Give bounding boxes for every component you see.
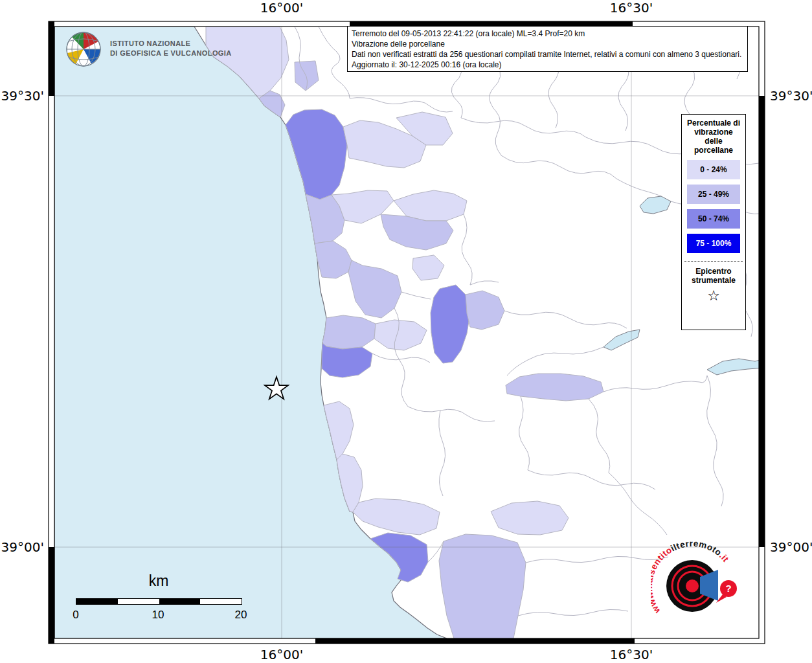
municipality-shape	[506, 374, 603, 401]
lat-label-left-bottom: 39°00'	[1, 539, 44, 555]
haisentito-logo-icon: ? www.haisentitoilterremoto.it	[651, 539, 751, 643]
info-line-source: Dati non verificati estratti da 256 ques…	[352, 49, 743, 60]
info-line-effect: Vibrazione delle porcellane	[352, 39, 743, 49]
frame-tick-right	[759, 96, 765, 547]
municipality-shape	[439, 534, 526, 638]
frame-tick-left	[49, 21, 54, 96]
scale-segment	[159, 599, 201, 604]
ingv-name-line2: DI GEOFISICA E VULCANOLOGIA	[110, 49, 232, 58]
municipality-shape	[322, 315, 376, 349]
municipality-shape	[315, 241, 352, 278]
scale-unit-label: km	[149, 572, 169, 590]
legend-title: Percentuale di vibrazione delle porcella…	[684, 118, 743, 155]
municipality-shape	[374, 320, 427, 350]
scale-tick-label: 20	[235, 609, 247, 622]
lat-label-left-top: 39°30'	[1, 88, 44, 104]
bubble-question-mark: ?	[725, 583, 731, 594]
frame-tick-left	[49, 547, 54, 644]
legend-item: 50 - 74%	[687, 209, 740, 229]
legend-item: 25 - 49%	[687, 185, 740, 204]
municipality-shape	[491, 501, 569, 535]
legend-epicenter-label: Epicentro strumentale	[688, 267, 739, 285]
lon-label-bottom-right: 16°30'	[610, 647, 653, 662]
legend: Percentuale di vibrazione delle porcella…	[681, 114, 746, 330]
map-page: 16°00' 16°30' 16°00' 16°30' 39°30' 39°00…	[0, 0, 812, 663]
ingv-globe-icon	[62, 28, 105, 71]
municipality-shape	[348, 260, 401, 318]
star-icon: ☆	[682, 287, 745, 304]
municipality-shape	[412, 255, 444, 280]
lat-label-right-top: 39°30'	[770, 88, 812, 104]
legend-item: 75 - 100%	[687, 234, 740, 253]
legend-divider	[684, 261, 743, 262]
lon-label-top-right: 16°30'	[610, 0, 653, 16]
info-line-updated: Aggiornato il: 30-12-2025 00:16 (ora loc…	[352, 60, 743, 70]
scale-tick-label: 0	[73, 609, 78, 622]
lake	[640, 196, 671, 214]
lake	[603, 330, 640, 350]
frame-tick-bottom	[315, 638, 635, 644]
lat-label-right-bottom: 39°00'	[770, 539, 812, 555]
scale-segment	[76, 599, 118, 604]
info-line-event: Terremoto del 09-05-2013 22:41:22 (ora l…	[352, 28, 743, 39]
ingv-name-line1: ISTITUTO NAZIONALE	[110, 39, 232, 49]
municipality-shape	[322, 343, 372, 377]
ingv-name: ISTITUTO NAZIONALE DI GEOFISICA E VULCAN…	[110, 39, 232, 58]
watermark-logo: ? www.haisentitoilterremoto.it	[651, 539, 751, 643]
scale-segment	[118, 599, 159, 604]
info-box: Terremoto del 09-05-2013 22:41:22 (ora l…	[347, 26, 748, 72]
scale-segment	[200, 599, 242, 604]
municipality-shape	[431, 285, 470, 363]
scale-bar: km 0 10 20	[68, 572, 256, 627]
municipality-shape	[466, 291, 504, 330]
municipality-shape	[353, 499, 440, 535]
lon-label-top-left: 16°00'	[260, 0, 303, 16]
scale-bar-segments	[76, 598, 242, 605]
scale-tick-label: 10	[152, 609, 164, 622]
legend-item: 0 - 24%	[687, 160, 740, 179]
ingv-logo: ISTITUTO NAZIONALE DI GEOFISICA E VULCAN…	[62, 28, 276, 74]
lon-label-bottom-left: 16°00'	[260, 647, 303, 662]
lake	[707, 359, 765, 375]
